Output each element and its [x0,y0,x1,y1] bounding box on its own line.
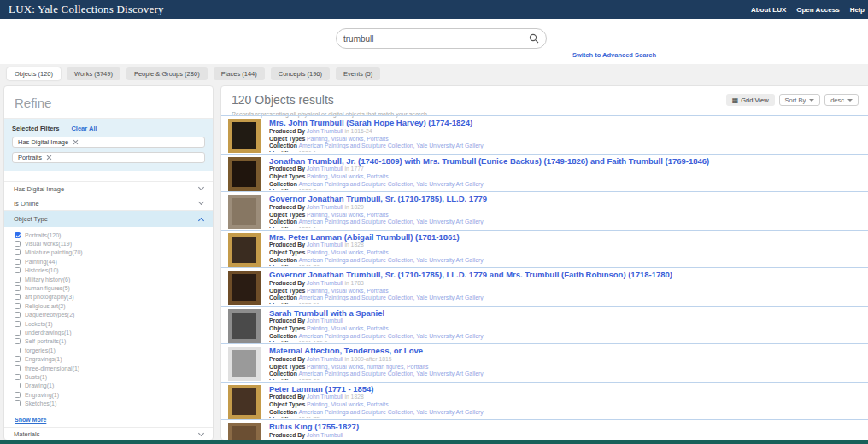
checkbox[interactable] [15,356,21,362]
object-types-links[interactable]: Painting, Visual works, Portraits [307,212,388,218]
collection-link[interactable]: American Paintings and Sculpture Collect… [298,143,483,149]
top-nav-link[interactable]: Open Access [796,6,839,14]
object-type-option[interactable]: Painting(44) [4,257,213,266]
result-title-link[interactable]: Peter Lanman (1771 - 1854) [269,385,865,394]
sort-direction-dropdown[interactable]: desc [824,94,859,106]
object-type-option[interactable]: Busts(1) [4,372,213,381]
object-type-option[interactable]: Engravings(1) [4,354,213,363]
checkbox[interactable] [15,241,21,247]
result-row[interactable]: Sarah Trumbull with a Spaniel Produced B… [221,306,868,344]
object-type-option[interactable]: forgeries(1) [4,346,213,354]
object-type-option[interactable]: Histories(10) [4,266,213,275]
result-thumbnail[interactable] [228,119,261,153]
result-thumbnail[interactable] [228,271,261,305]
result-row[interactable]: Rufus King (1755-1827) Produced By John … [221,419,868,441]
tab-events[interactable]: Events (5) [336,67,380,80]
result-title-link[interactable]: Rufus King (1755-1827) [269,423,865,432]
grid-view-button[interactable]: ▦ Grid View [726,94,775,106]
checkbox[interactable] [15,392,21,398]
checkbox[interactable] [15,267,21,273]
object-types-links[interactable]: Painting, Visual works, Portraits [307,325,388,331]
result-title-link[interactable]: Sarah Trumbull with a Spaniel [269,309,865,318]
artist-link[interactable]: John Trumbull [307,356,343,362]
checkbox[interactable] [15,348,21,353]
object-type-option[interactable]: Self-portraits(1) [4,337,213,346]
object-type-option[interactable]: human figures(5) [4,283,213,292]
checkbox[interactable] [15,338,21,344]
object-type-option[interactable]: Miniature painting(70) [4,248,213,257]
artist-link[interactable]: John Trumbull [307,166,343,172]
result-title-link[interactable]: Mrs. John Trumbull (Sarah Hope Harvey) (… [269,119,865,128]
object-types-links[interactable]: Painting, Visual works, Portraits [307,249,388,255]
result-title-link[interactable]: Governor Jonathan Trumbull, Sr. (1710-17… [269,271,865,280]
object-type-option[interactable]: Portraits(120) [4,231,213,239]
collection-link[interactable]: American Paintings and Sculpture Collect… [298,371,483,377]
checkbox[interactable] [15,285,21,291]
checkbox[interactable] [15,330,21,336]
checkbox[interactable] [15,321,21,327]
tab-people-groups[interactable]: People & Groups (280) [126,67,208,80]
checkbox[interactable] [15,277,21,283]
advanced-search-link[interactable]: Switch to Advanced Search [572,51,656,59]
object-type-option[interactable]: Sketches(1) [4,399,213,407]
artist-link[interactable]: John Trumbull [307,318,343,324]
collection-link[interactable]: American Paintings and Sculpture Collect… [298,295,483,301]
artist-link[interactable]: John Trumbull [307,394,343,400]
result-row[interactable]: Governor Jonathan Trumbull, Sr. (1710-17… [221,191,868,230]
search-input[interactable] [343,34,529,44]
object-type-option[interactable]: underdrawings(1) [4,328,213,336]
checkbox[interactable] [15,303,21,309]
result-title-link[interactable]: Maternal Affection, Tenderness, or Love [269,347,865,356]
artist-link[interactable]: John Trumbull [307,432,343,438]
result-thumbnail[interactable] [228,309,261,343]
checkbox[interactable] [15,294,21,300]
object-types-links[interactable]: Painting, Visual works, human figures, P… [307,364,428,370]
object-type-option[interactable]: Drawing(1) [4,382,213,390]
checkbox[interactable] [15,400,21,406]
result-thumbnail[interactable] [228,423,261,441]
result-row[interactable]: Maternal Affection, Tenderness, or Love … [221,343,868,382]
checkbox[interactable] [15,383,21,388]
artist-link[interactable]: John Trumbull [307,242,343,248]
result-thumbnail[interactable] [228,195,261,229]
result-thumbnail[interactable] [228,347,261,381]
result-thumbnail[interactable] [228,157,261,191]
clear-all-link[interactable]: Clear All [71,125,97,132]
remove-filter-icon[interactable] [73,139,79,145]
object-types-links[interactable]: Painting, Visual works, Portraits [307,288,388,294]
result-row[interactable]: Mrs. Peter Lanman (Abigail Trumbull) (17… [221,230,868,268]
object-type-option[interactable]: three-dimensional(1) [4,364,213,372]
tab-places[interactable]: Places (144) [214,67,265,80]
object-type-option[interactable]: Visual works(119) [4,239,213,248]
result-title-link[interactable]: Jonathan Trumbull, Jr. (1740-1809) with … [269,157,865,166]
result-title-link[interactable]: Governor Jonathan Trumbull, Sr. (1710-17… [269,195,865,204]
object-type-option[interactable]: Lockets(1) [4,319,213,328]
object-type-option[interactable]: art photography(3) [4,293,213,301]
tab-concepts[interactable]: Concepts (196) [271,67,330,80]
checkbox[interactable] [15,249,21,255]
artist-link[interactable]: John Trumbull [307,204,343,210]
object-type-option[interactable]: Military history(6) [4,275,213,283]
checkbox[interactable] [15,312,21,318]
accordion-object-type[interactable]: Object Type [4,210,213,227]
collection-link[interactable]: American Paintings and Sculpture Collect… [298,257,483,263]
result-thumbnail[interactable] [228,385,261,419]
tab-works[interactable]: Works (3749) [67,67,120,80]
artist-link[interactable]: John Trumbull [307,128,343,134]
result-row[interactable]: Mrs. John Trumbull (Sarah Hope Harvey) (… [221,115,868,154]
checkbox[interactable] [15,259,21,265]
object-type-option[interactable]: Daguerreotypes(2) [4,311,213,319]
collection-link[interactable]: American Paintings and Sculpture Collect… [298,219,483,225]
top-nav-link[interactable]: Help [850,6,865,14]
remove-filter-icon[interactable] [46,155,52,161]
checkbox[interactable] [15,374,21,380]
result-row[interactable]: Governor Jonathan Trumbull, Sr. (1710-17… [221,267,868,306]
show-more-link[interactable]: Show More [15,417,46,423]
result-thumbnail[interactable] [228,233,261,267]
accordion[interactable]: Has Digital Image [4,181,213,196]
object-types-links[interactable]: Painting, Visual works, Portraits [307,401,388,407]
checkbox[interactable] [15,365,21,371]
artist-link[interactable]: John Trumbull [307,280,343,286]
top-nav-link[interactable]: About LUX [751,6,786,14]
collection-link[interactable]: American Paintings and Sculpture Collect… [298,333,483,339]
